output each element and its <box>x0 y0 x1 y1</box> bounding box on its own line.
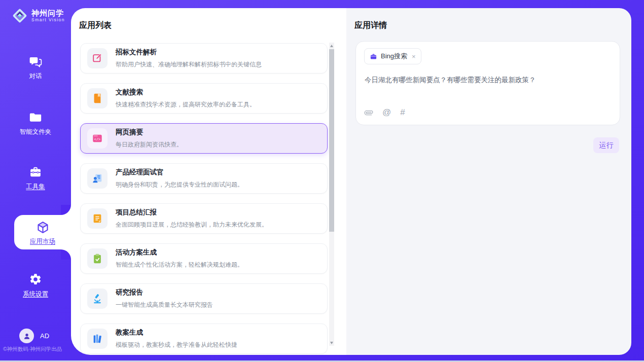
app-card-research-report[interactable]: 研究报告 一键智能生成高质量长文本研究报告 <box>80 283 328 314</box>
person-doc-icon <box>92 173 103 184</box>
books-icon <box>92 333 103 344</box>
app-card-desc: 明确身份和职责，为您提供专业性的面试问题。 <box>116 180 243 189</box>
paperclip-icon[interactable] <box>363 106 375 119</box>
cube-icon <box>36 221 50 234</box>
sidebar: 神州问学 Smart Vision 对话 智能文件夹 工具集 <box>0 0 71 362</box>
app-icon-tile <box>87 208 108 229</box>
run-button[interactable]: 运行 <box>593 137 619 153</box>
user-name: AD <box>40 332 49 340</box>
sidebar-item-toolset[interactable]: 工具集 <box>0 165 71 191</box>
browser-code-icon: </> <box>92 133 103 144</box>
app-list-panel: 应用列表 招标文件解析 帮助用户快速、准确地理解和解析招标书中的关键信息 <box>71 8 346 355</box>
doc-note-icon <box>92 213 103 224</box>
app-card-literature-search[interactable]: 文献搜索 快速精准查找学术资源，提高研究效率的必备工具。 <box>80 83 328 114</box>
bubble-top-curve <box>61 205 71 215</box>
sidebar-item-smart-folder[interactable]: 智能文件夹 <box>0 111 71 136</box>
app-card-desc: 每日政府新闻资讯快查。 <box>116 140 183 149</box>
at-mention-icon[interactable]: @ <box>382 107 391 118</box>
microscope-icon <box>92 293 103 304</box>
sidebar-item-label: 对话 <box>29 73 42 80</box>
app-card-title: 研究报告 <box>116 288 213 297</box>
person-icon <box>23 332 31 340</box>
app-icon-tile <box>87 288 108 309</box>
app-card-lesson-plan[interactable]: 教案生成 模板驱动，教案秒成，教学准备从此轻松快捷 <box>80 323 328 354</box>
sidebar-item-label: 系统设置 <box>23 291 48 298</box>
app-card-desc: 智能生成个性化活动方案，轻松解决规划难题。 <box>116 261 243 269</box>
scrollbar-down-button[interactable] <box>329 340 334 346</box>
app-icon-tile <box>87 88 108 108</box>
app-icon-tile <box>87 248 108 269</box>
app-list-title: 应用列表 <box>79 20 112 31</box>
user-account[interactable]: AD <box>19 329 49 343</box>
sidebar-item-label: 工具集 <box>26 183 45 190</box>
app-card-desc: 全面回顾项目进展，总结经验教训，助力未来优化发展。 <box>116 221 268 229</box>
edit-square-icon <box>92 53 103 64</box>
svg-text:</>: </> <box>94 137 100 141</box>
close-icon[interactable]: × <box>412 53 416 60</box>
briefcase-icon <box>370 53 377 60</box>
book-icon <box>92 93 103 104</box>
bubble-bottom-curve <box>61 249 71 260</box>
folder-icon <box>29 111 42 124</box>
attachment-toolbar: @ # <box>365 107 405 118</box>
scrollbar-thumb[interactable] <box>329 49 334 232</box>
app-icon-tile <box>87 48 108 68</box>
query-text[interactable]: 今日湖北有哪些新闻要点？有哪些需要关注的最新政策？ <box>365 75 608 85</box>
app-icon-tile <box>87 329 108 349</box>
sidebar-item-label: 应用市场 <box>30 238 55 245</box>
chat-icon <box>29 55 42 68</box>
app-icon-tile: </> <box>87 128 108 149</box>
sidebar-item-chat[interactable]: 对话 <box>0 55 71 81</box>
app-card-project-summary[interactable]: 项目总结汇报 全面回顾项目进展，总结经验教训，助力未来优化发展。 <box>80 203 328 234</box>
app-card-event-plan[interactable]: 活动方案生成 智能生成个性化活动方案，轻松解决规划难题。 <box>80 243 328 274</box>
tool-tag-bing-search[interactable]: Bing搜索 × <box>364 48 421 64</box>
clipboard-check-icon <box>92 253 103 264</box>
avatar[interactable] <box>19 329 34 343</box>
app-icon-tile <box>87 168 108 189</box>
brand-subtitle: Smart Vision <box>31 17 65 23</box>
app-card-title: 网页摘要 <box>116 128 183 137</box>
app-card-title: 活动方案生成 <box>116 248 243 257</box>
brand-name: 神州问学 <box>31 9 65 17</box>
diamond-logo-icon <box>11 7 28 24</box>
toolbox-icon <box>29 165 42 178</box>
hash-icon[interactable]: # <box>400 107 405 118</box>
app-card-web-summary[interactable]: </> 网页摘要 每日政府新闻资讯快查。 <box>80 123 328 154</box>
app-list-scrollbar[interactable] <box>329 43 334 346</box>
brand-logo: 神州问学 Smart Vision <box>11 7 65 24</box>
app-detail-title: 应用详情 <box>354 20 387 31</box>
app-card-title: 招标文件解析 <box>116 48 262 57</box>
sidebar-item-settings[interactable]: 系统设置 <box>0 273 71 299</box>
app-card-title: 文献搜索 <box>116 88 256 97</box>
copyright-footer: ©神州数码·神州问学出品 <box>3 346 62 353</box>
app-card-bid-parse[interactable]: 招标文件解析 帮助用户快速、准确地理解和解析招标书中的关键信息 <box>80 43 328 74</box>
app-card-title: 产品经理面试官 <box>116 168 243 177</box>
app-card-pm-interviewer[interactable]: 产品经理面试官 明确身份和职责，为您提供专业性的面试问题。 <box>80 163 328 194</box>
triangle-down-icon <box>330 342 333 344</box>
gear-icon <box>29 273 42 286</box>
app-detail-panel: 应用详情 Bing搜索 × 今日湖北有哪些新闻要点？有哪些需要关注的最新政策？ … <box>346 8 631 355</box>
app-card-title: 教案生成 <box>116 328 237 337</box>
triangle-up-icon <box>330 45 333 47</box>
app-card-title: 项目总结汇报 <box>116 208 268 217</box>
sidebar-item-label: 智能文件夹 <box>20 128 52 135</box>
app-card-desc: 模板驱动，教案秒成，教学准备从此轻松快捷 <box>116 341 237 349</box>
sidebar-item-app-market[interactable]: 应用市场 <box>14 215 71 249</box>
app-card-desc: 快速精准查找学术资源，提高研究效率的必备工具。 <box>116 100 256 109</box>
scrollbar-up-button[interactable] <box>329 43 334 49</box>
app-cards: 招标文件解析 帮助用户快速、准确地理解和解析招标书中的关键信息 文献搜索 快速精… <box>80 43 328 354</box>
prompt-card: Bing搜索 × 今日湖北有哪些新闻要点？有哪些需要关注的最新政策？ @ # <box>355 41 620 125</box>
tool-tag-label: Bing搜索 <box>381 52 407 61</box>
app-card-desc: 帮助用户快速、准确地理解和解析招标书中的关键信息 <box>116 60 262 69</box>
app-card-desc: 一键智能生成高质量长文本研究报告 <box>116 301 213 309</box>
